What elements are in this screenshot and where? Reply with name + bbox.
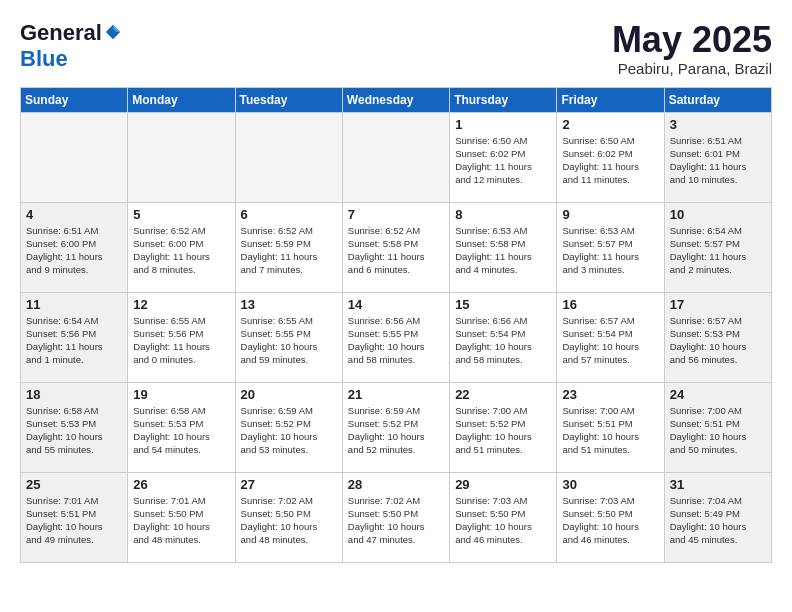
day-number: 27 — [241, 477, 337, 492]
header-sunday: Sunday — [21, 87, 128, 112]
table-row: 15Sunrise: 6:56 AMSunset: 5:54 PMDayligh… — [450, 292, 557, 382]
table-row: 19Sunrise: 6:58 AMSunset: 5:53 PMDayligh… — [128, 382, 235, 472]
day-info: Sunrise: 6:55 AMSunset: 5:55 PMDaylight:… — [241, 314, 337, 367]
day-info: Sunrise: 6:56 AMSunset: 5:55 PMDaylight:… — [348, 314, 444, 367]
day-number: 24 — [670, 387, 766, 402]
day-info: Sunrise: 6:54 AMSunset: 5:56 PMDaylight:… — [26, 314, 122, 367]
table-row: 8Sunrise: 6:53 AMSunset: 5:58 PMDaylight… — [450, 202, 557, 292]
table-row: 2Sunrise: 6:50 AMSunset: 6:02 PMDaylight… — [557, 112, 664, 202]
day-info: Sunrise: 7:04 AMSunset: 5:49 PMDaylight:… — [670, 494, 766, 547]
day-number: 31 — [670, 477, 766, 492]
day-info: Sunrise: 7:01 AMSunset: 5:50 PMDaylight:… — [133, 494, 229, 547]
table-row — [235, 112, 342, 202]
header: General Blue May 2025 Peabiru, Parana, B… — [20, 20, 772, 77]
table-row: 21Sunrise: 6:59 AMSunset: 5:52 PMDayligh… — [342, 382, 449, 472]
table-row: 11Sunrise: 6:54 AMSunset: 5:56 PMDayligh… — [21, 292, 128, 382]
table-row: 17Sunrise: 6:57 AMSunset: 5:53 PMDayligh… — [664, 292, 771, 382]
day-info: Sunrise: 6:56 AMSunset: 5:54 PMDaylight:… — [455, 314, 551, 367]
day-info: Sunrise: 6:53 AMSunset: 5:57 PMDaylight:… — [562, 224, 658, 277]
table-row: 12Sunrise: 6:55 AMSunset: 5:56 PMDayligh… — [128, 292, 235, 382]
day-number: 1 — [455, 117, 551, 132]
day-number: 5 — [133, 207, 229, 222]
day-info: Sunrise: 6:57 AMSunset: 5:54 PMDaylight:… — [562, 314, 658, 367]
day-info: Sunrise: 6:54 AMSunset: 5:57 PMDaylight:… — [670, 224, 766, 277]
day-number: 22 — [455, 387, 551, 402]
day-number: 12 — [133, 297, 229, 312]
day-info: Sunrise: 6:52 AMSunset: 5:59 PMDaylight:… — [241, 224, 337, 277]
day-number: 6 — [241, 207, 337, 222]
table-row: 6Sunrise: 6:52 AMSunset: 5:59 PMDaylight… — [235, 202, 342, 292]
calendar-week-row: 4Sunrise: 6:51 AMSunset: 6:00 PMDaylight… — [21, 202, 772, 292]
day-info: Sunrise: 6:59 AMSunset: 5:52 PMDaylight:… — [241, 404, 337, 457]
day-number: 28 — [348, 477, 444, 492]
day-info: Sunrise: 6:58 AMSunset: 5:53 PMDaylight:… — [133, 404, 229, 457]
table-row: 9Sunrise: 6:53 AMSunset: 5:57 PMDaylight… — [557, 202, 664, 292]
day-number: 13 — [241, 297, 337, 312]
table-row: 7Sunrise: 6:52 AMSunset: 5:58 PMDaylight… — [342, 202, 449, 292]
day-number: 18 — [26, 387, 122, 402]
day-info: Sunrise: 7:00 AMSunset: 5:51 PMDaylight:… — [562, 404, 658, 457]
day-info: Sunrise: 6:50 AMSunset: 6:02 PMDaylight:… — [455, 134, 551, 187]
day-number: 15 — [455, 297, 551, 312]
day-info: Sunrise: 6:51 AMSunset: 6:00 PMDaylight:… — [26, 224, 122, 277]
table-row: 5Sunrise: 6:52 AMSunset: 6:00 PMDaylight… — [128, 202, 235, 292]
day-info: Sunrise: 7:02 AMSunset: 5:50 PMDaylight:… — [241, 494, 337, 547]
day-number: 4 — [26, 207, 122, 222]
table-row: 14Sunrise: 6:56 AMSunset: 5:55 PMDayligh… — [342, 292, 449, 382]
calendar-table: Sunday Monday Tuesday Wednesday Thursday… — [20, 87, 772, 563]
day-number: 7 — [348, 207, 444, 222]
page: General Blue May 2025 Peabiru, Parana, B… — [0, 0, 792, 573]
table-row: 22Sunrise: 7:00 AMSunset: 5:52 PMDayligh… — [450, 382, 557, 472]
table-row — [128, 112, 235, 202]
day-info: Sunrise: 7:02 AMSunset: 5:50 PMDaylight:… — [348, 494, 444, 547]
logo-icon — [104, 23, 122, 41]
table-row: 4Sunrise: 6:51 AMSunset: 6:00 PMDaylight… — [21, 202, 128, 292]
day-number: 10 — [670, 207, 766, 222]
weekday-header-row: Sunday Monday Tuesday Wednesday Thursday… — [21, 87, 772, 112]
header-thursday: Thursday — [450, 87, 557, 112]
day-info: Sunrise: 6:59 AMSunset: 5:52 PMDaylight:… — [348, 404, 444, 457]
day-number: 3 — [670, 117, 766, 132]
day-number: 17 — [670, 297, 766, 312]
day-info: Sunrise: 7:01 AMSunset: 5:51 PMDaylight:… — [26, 494, 122, 547]
table-row: 13Sunrise: 6:55 AMSunset: 5:55 PMDayligh… — [235, 292, 342, 382]
table-row: 28Sunrise: 7:02 AMSunset: 5:50 PMDayligh… — [342, 472, 449, 562]
day-info: Sunrise: 6:50 AMSunset: 6:02 PMDaylight:… — [562, 134, 658, 187]
month-title: May 2025 — [612, 20, 772, 60]
day-number: 30 — [562, 477, 658, 492]
day-info: Sunrise: 7:03 AMSunset: 5:50 PMDaylight:… — [455, 494, 551, 547]
day-info: Sunrise: 7:00 AMSunset: 5:52 PMDaylight:… — [455, 404, 551, 457]
day-info: Sunrise: 7:00 AMSunset: 5:51 PMDaylight:… — [670, 404, 766, 457]
day-info: Sunrise: 6:55 AMSunset: 5:56 PMDaylight:… — [133, 314, 229, 367]
day-number: 20 — [241, 387, 337, 402]
logo-blue: Blue — [20, 46, 68, 72]
table-row: 26Sunrise: 7:01 AMSunset: 5:50 PMDayligh… — [128, 472, 235, 562]
table-row: 1Sunrise: 6:50 AMSunset: 6:02 PMDaylight… — [450, 112, 557, 202]
day-info: Sunrise: 7:03 AMSunset: 5:50 PMDaylight:… — [562, 494, 658, 547]
header-friday: Friday — [557, 87, 664, 112]
header-saturday: Saturday — [664, 87, 771, 112]
table-row: 31Sunrise: 7:04 AMSunset: 5:49 PMDayligh… — [664, 472, 771, 562]
table-row: 23Sunrise: 7:00 AMSunset: 5:51 PMDayligh… — [557, 382, 664, 472]
header-wednesday: Wednesday — [342, 87, 449, 112]
table-row: 20Sunrise: 6:59 AMSunset: 5:52 PMDayligh… — [235, 382, 342, 472]
day-info: Sunrise: 6:52 AMSunset: 6:00 PMDaylight:… — [133, 224, 229, 277]
day-number: 25 — [26, 477, 122, 492]
table-row — [342, 112, 449, 202]
day-info: Sunrise: 6:52 AMSunset: 5:58 PMDaylight:… — [348, 224, 444, 277]
day-number: 16 — [562, 297, 658, 312]
day-info: Sunrise: 6:57 AMSunset: 5:53 PMDaylight:… — [670, 314, 766, 367]
header-tuesday: Tuesday — [235, 87, 342, 112]
day-number: 23 — [562, 387, 658, 402]
calendar-week-row: 25Sunrise: 7:01 AMSunset: 5:51 PMDayligh… — [21, 472, 772, 562]
day-number: 21 — [348, 387, 444, 402]
day-number: 2 — [562, 117, 658, 132]
table-row — [21, 112, 128, 202]
table-row: 18Sunrise: 6:58 AMSunset: 5:53 PMDayligh… — [21, 382, 128, 472]
title-block: May 2025 Peabiru, Parana, Brazil — [612, 20, 772, 77]
table-row: 10Sunrise: 6:54 AMSunset: 5:57 PMDayligh… — [664, 202, 771, 292]
calendar-week-row: 1Sunrise: 6:50 AMSunset: 6:02 PMDaylight… — [21, 112, 772, 202]
header-monday: Monday — [128, 87, 235, 112]
day-info: Sunrise: 6:51 AMSunset: 6:01 PMDaylight:… — [670, 134, 766, 187]
table-row: 27Sunrise: 7:02 AMSunset: 5:50 PMDayligh… — [235, 472, 342, 562]
